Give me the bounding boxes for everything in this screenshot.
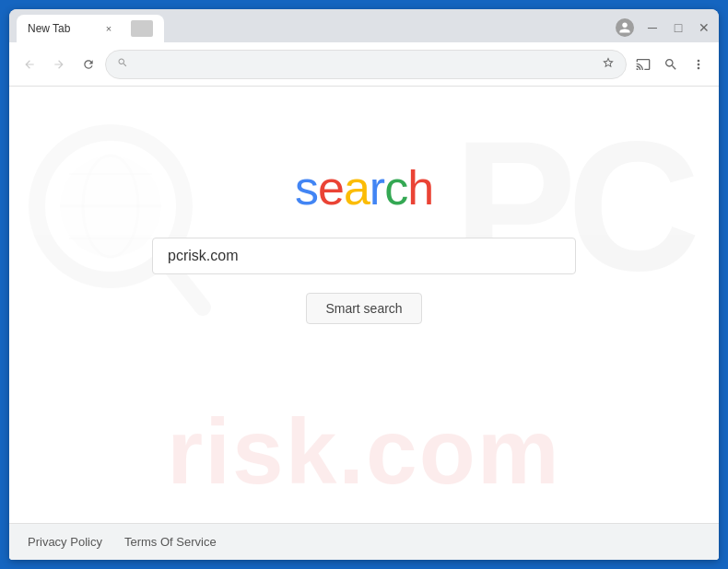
logo-letter-s: s xyxy=(295,161,318,215)
search-container: search Smart search xyxy=(9,160,719,324)
terms-of-service-link[interactable]: Terms Of Service xyxy=(124,535,217,549)
logo-letter-h: h xyxy=(407,161,433,215)
logo-letter-e: e xyxy=(318,161,344,215)
maximize-button[interactable]: □ xyxy=(671,20,686,35)
tab-title: New Tab xyxy=(28,22,70,35)
page-content: PC risk.com search Smart search Privacy … xyxy=(9,87,719,560)
back-button[interactable] xyxy=(17,52,42,77)
nav-right-buttons xyxy=(630,52,711,77)
watermark-risk-text: risk.com xyxy=(167,399,560,505)
address-bar[interactable] xyxy=(105,50,627,79)
forward-button[interactable] xyxy=(46,52,72,77)
title-bar: New Tab × ─ □ ✕ xyxy=(9,9,719,42)
search-logo: search xyxy=(295,160,433,215)
search-input[interactable] xyxy=(152,238,576,274)
minimize-button[interactable]: ─ xyxy=(645,20,660,35)
cast-button[interactable] xyxy=(630,52,656,77)
zoom-button[interactable] xyxy=(658,52,684,77)
bookmark-icon[interactable] xyxy=(602,56,615,72)
browser-tab[interactable]: New Tab × xyxy=(17,15,164,42)
close-button[interactable]: ✕ xyxy=(697,20,711,35)
reload-button[interactable] xyxy=(76,52,101,77)
address-search-icon xyxy=(117,57,128,71)
tab-thumbnail xyxy=(131,20,153,37)
smart-search-button[interactable]: Smart search xyxy=(306,293,421,324)
page-footer: Privacy Policy Terms Of Service xyxy=(9,523,719,560)
browser-window: New Tab × ─ □ ✕ xyxy=(9,9,719,560)
nav-bar xyxy=(9,42,719,87)
tab-close-button[interactable]: × xyxy=(101,21,116,36)
privacy-policy-link[interactable]: Privacy Policy xyxy=(28,535,102,549)
logo-letter-a: a xyxy=(344,161,370,215)
profile-icon[interactable] xyxy=(616,18,634,37)
window-controls: ─ □ ✕ xyxy=(616,18,711,42)
menu-button[interactable] xyxy=(686,52,711,77)
search-input-wrapper xyxy=(152,238,576,274)
logo-letter-c: c xyxy=(384,161,407,215)
logo-letter-r: r xyxy=(370,161,384,215)
